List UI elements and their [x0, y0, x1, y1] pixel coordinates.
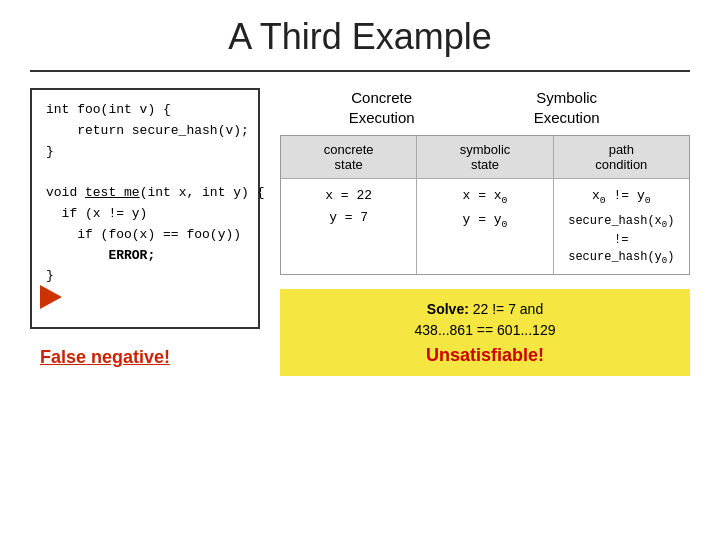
solve-line-1: Solve: 22 != 7 and: [296, 299, 674, 320]
path-row-2: secure_hash(x0)!=secure_hash(y0): [562, 213, 681, 268]
code-line-9: }: [46, 266, 244, 287]
code-line-2: return secure_hash(v);: [46, 121, 244, 142]
arrow-area: [40, 285, 62, 309]
main-content: int foo(int v) { return secure_hash(v); …: [30, 88, 690, 376]
solve-line-2: 438...861 == 601...129: [296, 320, 674, 341]
red-arrow-icon: [40, 285, 62, 309]
concrete-row-2: y = 7: [289, 207, 408, 229]
solve-text-2: 438...861 == 601...129: [415, 322, 556, 338]
code-line-8: ERROR;: [46, 246, 244, 267]
symbolic-state-header: symbolicstate: [417, 136, 552, 179]
solve-box: Solve: 22 != 7 and 438...861 == 601...12…: [280, 289, 690, 376]
code-line-5: void test_me(int x, int y) {: [46, 183, 244, 204]
col-headers-row: ConcreteExecution SymbolicExecution: [280, 88, 690, 127]
code-line-7: if (foo(x) == foo(y)): [46, 225, 244, 246]
title-area: A Third Example: [30, 0, 690, 66]
code-line-1: int foo(int v) {: [46, 100, 244, 121]
concrete-state-body: x = 22 y = 7: [281, 179, 416, 235]
false-negative-label: False negative!: [30, 347, 260, 368]
path-condition-col: pathcondition x0 != y0 secure_hash(x0)!=…: [554, 136, 689, 274]
title-divider: [30, 70, 690, 72]
tables-area: ConcreteExecution SymbolicExecution conc…: [260, 88, 690, 376]
code-box: int foo(int v) { return secure_hash(v); …: [30, 88, 260, 329]
concrete-state-col: concretestate x = 22 y = 7: [281, 136, 417, 274]
page-title: A Third Example: [228, 16, 491, 57]
path-condition-body: x0 != y0 secure_hash(x0)!=secure_hash(y0…: [554, 179, 689, 274]
path-condition-header: pathcondition: [554, 136, 689, 179]
solve-bold: Solve:: [427, 301, 469, 317]
symbolic-row-2: y = y0: [425, 209, 544, 233]
symbolic-state-body: x = x0 y = y0: [417, 179, 552, 239]
symbolic-header: SymbolicExecution: [443, 88, 690, 127]
data-table: concretestate x = 22 y = 7 symbolicstate…: [280, 135, 690, 275]
symbolic-state-col: symbolicstate x = x0 y = y0: [417, 136, 553, 274]
symbolic-row-1: x = x0: [425, 185, 544, 209]
page: A Third Example int foo(int v) { return …: [0, 0, 720, 540]
concrete-header: ConcreteExecution: [320, 88, 443, 127]
concrete-state-header: concretestate: [281, 136, 416, 179]
solve-text-1: 22 != 7 and: [473, 301, 543, 317]
left-panel: int foo(int v) { return secure_hash(v); …: [30, 88, 260, 368]
code-line-4: [46, 162, 244, 183]
concrete-row-1: x = 22: [289, 185, 408, 207]
code-line-6: if (x != y): [46, 204, 244, 225]
path-row-1: x0 != y0: [562, 185, 681, 209]
code-line-3: }: [46, 142, 244, 163]
unsatisfiable-label: Unsatisfiable!: [296, 345, 674, 366]
